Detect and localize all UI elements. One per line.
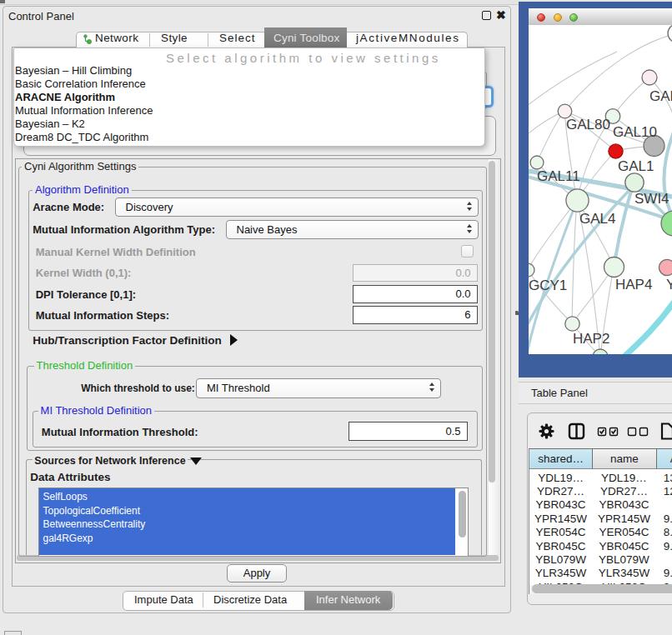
svg-text:GAL1: GAL1	[618, 158, 654, 174]
svg-text:HAP2: HAP2	[573, 331, 609, 347]
svg-text:GAL7: GAL7	[649, 88, 672, 104]
svg-text:GAL4: GAL4	[579, 211, 615, 227]
svg-text:GAL10: GAL10	[613, 124, 657, 140]
svg-text:GAL80: GAL80	[566, 117, 610, 132]
svg-text:SWI4: SWI4	[634, 191, 669, 207]
svg-text:HAP4: HAP4	[615, 277, 652, 292]
svg-text:GAL11: GAL11	[537, 168, 580, 184]
svg-text:YJ: YJ	[666, 277, 672, 292]
svg-text:GCY1: GCY1	[529, 278, 567, 293]
